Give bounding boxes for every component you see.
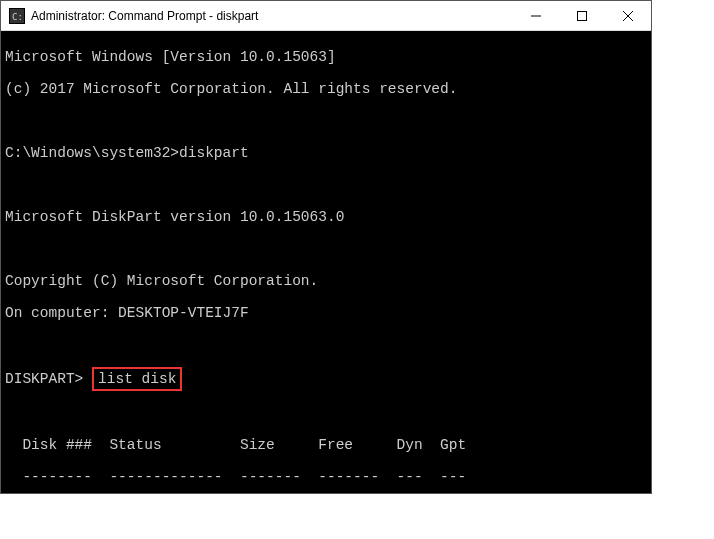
- table-divider: -------- ------------- ------- ------- -…: [5, 469, 651, 485]
- maximize-button[interactable]: [559, 1, 605, 31]
- invoke-line: C:\Windows\system32>diskpart: [5, 145, 651, 161]
- copyright-line: (c) 2017 Microsoft Corporation. All righ…: [5, 81, 651, 97]
- computer-name: On computer: DESKTOP-VTEIJ7F: [5, 305, 651, 321]
- cmd-line-1: DISKPART> list disk: [5, 369, 651, 389]
- diskpart-copyright: Copyright (C) Microsoft Corporation.: [5, 273, 651, 289]
- os-version-line: Microsoft Windows [Version 10.0.15063]: [5, 49, 651, 65]
- shell-prompt: C:\Windows\system32>: [5, 145, 179, 161]
- svg-rect-4: [578, 11, 587, 20]
- diskpart-version: Microsoft DiskPart version 10.0.15063.0: [5, 209, 651, 225]
- titlebar[interactable]: C: Administrator: Command Prompt - diskp…: [1, 1, 651, 31]
- minimize-button[interactable]: [513, 1, 559, 31]
- diskpart-prompt: DISKPART>: [5, 371, 83, 387]
- invoke-cmd: diskpart: [179, 145, 249, 161]
- blank-line: [5, 177, 651, 193]
- svg-text:C:: C:: [12, 12, 23, 22]
- close-button[interactable]: [605, 1, 651, 31]
- command-prompt-window: C: Administrator: Command Prompt - diskp…: [0, 0, 652, 494]
- table-header: Disk ### Status Size Free Dyn Gpt: [5, 437, 651, 453]
- terminal-output[interactable]: Microsoft Windows [Version 10.0.15063] (…: [1, 31, 651, 493]
- blank-line: [5, 337, 651, 353]
- cmd-icon: C:: [9, 8, 25, 24]
- highlight-box: list disk: [92, 367, 182, 391]
- blank-line: [5, 241, 651, 257]
- window-controls: [513, 1, 651, 31]
- cmd-list-disk: list disk: [98, 371, 176, 387]
- blank-line: [5, 405, 651, 421]
- window-title: Administrator: Command Prompt - diskpart: [31, 9, 513, 23]
- blank-line: [5, 113, 651, 129]
